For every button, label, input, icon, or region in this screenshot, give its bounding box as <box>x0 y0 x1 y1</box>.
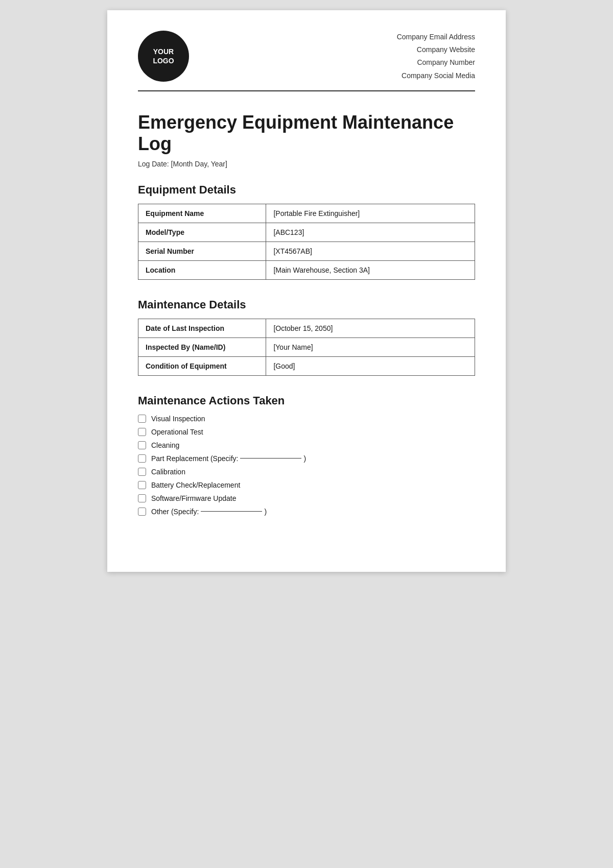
actions-checklist: Visual InspectionOperational TestCleanin… <box>138 415 475 516</box>
row-label: Equipment Name <box>138 204 266 223</box>
row-value: [XT4567AB] <box>266 242 475 260</box>
logo-line1: YOUR <box>153 47 174 56</box>
row-value: [Portable Fire Extinguisher] <box>266 204 475 223</box>
checkbox-icon[interactable] <box>138 454 146 463</box>
list-item: Calibration <box>138 468 475 476</box>
action-label: Other (Specify: <box>151 508 199 516</box>
row-value: [Main Warehouse, Section 3A] <box>266 260 475 279</box>
action-label: Battery Check/Replacement <box>151 481 240 489</box>
closing-paren: ) <box>303 454 306 463</box>
logo-line2: LOGO <box>153 56 174 65</box>
page: YOUR LOGO Company Email Address Company … <box>107 10 506 572</box>
list-item: Operational Test <box>138 428 475 436</box>
checkbox-icon[interactable] <box>138 481 146 489</box>
action-label: Operational Test <box>151 428 203 436</box>
row-label: Date of Last Inspection <box>138 319 266 337</box>
header-divider <box>138 90 475 91</box>
list-item: Battery Check/Replacement <box>138 481 475 489</box>
row-label: Serial Number <box>138 242 266 260</box>
table-row: Model/Type [ABC123] <box>138 223 475 242</box>
checkbox-icon[interactable] <box>138 468 146 476</box>
table-row: Condition of Equipment [Good] <box>138 356 475 375</box>
equipment-section-heading: Equipment Details <box>138 183 475 197</box>
row-value: [Your Name] <box>266 337 475 356</box>
row-label: Condition of Equipment <box>138 356 266 375</box>
row-label: Location <box>138 260 266 279</box>
list-item: Part Replacement (Specify:) <box>138 454 475 463</box>
equipment-table: Equipment Name [Portable Fire Extinguish… <box>138 204 475 280</box>
closing-paren: ) <box>264 508 267 516</box>
input-line <box>201 511 262 512</box>
row-value: [ABC123] <box>266 223 475 242</box>
row-value: [October 15, 2050] <box>266 319 475 337</box>
company-social: Company Social Media <box>397 69 475 82</box>
list-item: Other (Specify:) <box>138 508 475 516</box>
company-email: Company Email Address <box>397 31 475 43</box>
table-row: Inspected By (Name/ID) [Your Name] <box>138 337 475 356</box>
actions-section-heading: Maintenance Actions Taken <box>138 394 475 407</box>
company-website: Company Website <box>397 43 475 56</box>
maintenance-section-heading: Maintenance Details <box>138 298 475 311</box>
header: YOUR LOGO Company Email Address Company … <box>138 31 475 82</box>
checkbox-icon[interactable] <box>138 441 146 449</box>
action-label: Part Replacement (Specify: <box>151 454 238 463</box>
table-row: Location [Main Warehouse, Section 3A] <box>138 260 475 279</box>
row-value: [Good] <box>266 356 475 375</box>
row-label: Inspected By (Name/ID) <box>138 337 266 356</box>
checkbox-icon[interactable] <box>138 494 146 502</box>
list-item: Software/Firmware Update <box>138 494 475 502</box>
list-item: Cleaning <box>138 441 475 449</box>
table-row: Date of Last Inspection [October 15, 205… <box>138 319 475 337</box>
action-label: Visual Inspection <box>151 415 205 423</box>
action-label: Calibration <box>151 468 185 476</box>
action-label: Software/Firmware Update <box>151 494 237 502</box>
list-item: Visual Inspection <box>138 415 475 423</box>
document-title: Emergency Equipment Maintenance Log <box>138 112 475 155</box>
table-row: Equipment Name [Portable Fire Extinguish… <box>138 204 475 223</box>
maintenance-table: Date of Last Inspection [October 15, 205… <box>138 319 475 376</box>
company-number: Company Number <box>397 56 475 69</box>
input-line <box>240 458 301 459</box>
checkbox-icon[interactable] <box>138 428 146 436</box>
log-date: Log Date: [Month Day, Year] <box>138 160 475 168</box>
checkbox-icon[interactable] <box>138 415 146 423</box>
table-row: Serial Number [XT4567AB] <box>138 242 475 260</box>
company-info: Company Email Address Company Website Co… <box>397 31 475 82</box>
row-label: Model/Type <box>138 223 266 242</box>
action-label: Cleaning <box>151 441 179 449</box>
checkbox-icon[interactable] <box>138 508 146 516</box>
company-logo: YOUR LOGO <box>138 31 189 82</box>
